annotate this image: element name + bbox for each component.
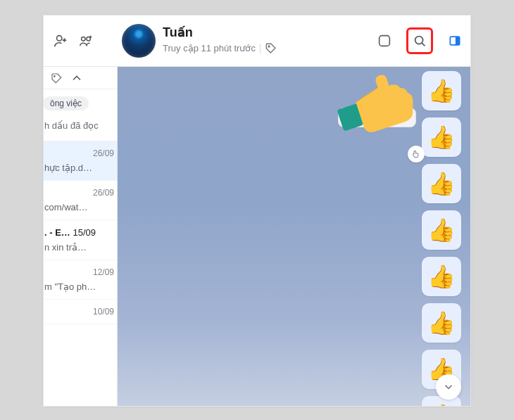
contact-name-block: Tuấn Truy cập 11 phút trước	[163, 26, 329, 55]
message-bubble[interactable]: 👍	[422, 71, 461, 110]
svg-point-3	[268, 46, 270, 47]
header-actions	[336, 27, 464, 54]
app-window: Tuấn Truy cập 11 phút trước	[43, 15, 471, 407]
svg-point-1	[82, 37, 86, 41]
svg-point-9	[54, 75, 56, 77]
create-group-icon[interactable]	[78, 33, 94, 49]
thumb-emoji: 👍	[427, 310, 456, 336]
thumb-emoji: 👍	[427, 217, 456, 243]
conversation-item[interactable]: . - E… 15/09 n xin trả…	[43, 220, 117, 260]
reaction-button[interactable]	[408, 146, 425, 163]
pin-icon[interactable]	[376, 111, 389, 124]
message-column: 👍 👍 👍 👍 👍 👍 👍 👍	[422, 71, 461, 407]
body: ông việc h dấu đã đọc 26/09 hực tập.d… 2…	[43, 67, 471, 407]
chat-area: ,, ••• 👍 👍 👍 👍 👍	[118, 67, 471, 407]
message-bubble[interactable]: 👍	[422, 164, 461, 203]
add-friend-icon[interactable]	[53, 33, 68, 49]
conversation-item[interactable]: 12/09 m "Tạo ph…	[43, 260, 117, 300]
scroll-to-bottom[interactable]	[436, 374, 461, 400]
last-seen: Truy cập 11 phút trước	[163, 43, 256, 53]
conv-date: 26/09	[44, 188, 114, 198]
message-bubble[interactable]: 👍	[422, 257, 461, 296]
more-icon[interactable]: •••	[396, 112, 410, 123]
conversation-item[interactable]: 26/09 hực tập.d…	[43, 141, 117, 181]
conversation-list: ông việc h dấu đã đọc 26/09 hực tập.d… 2…	[43, 67, 118, 407]
filter-pill-row: ông việc	[43, 89, 117, 113]
chat-header: Tuấn Truy cập 11 phút trước	[118, 24, 471, 58]
conversation-item[interactable]: 26/09 com/wat…	[43, 181, 117, 220]
message-toolbar[interactable]: ,, •••	[338, 108, 416, 127]
svg-point-0	[57, 35, 62, 40]
svg-rect-5	[380, 35, 390, 46]
message-bubble[interactable]: 👍	[422, 303, 461, 343]
tag-icon[interactable]	[265, 42, 277, 55]
filter-pill[interactable]: ông việc	[43, 96, 89, 110]
thumb-emoji: 👍	[427, 77, 456, 104]
svg-point-11	[384, 115, 386, 117]
sidebar-header	[43, 15, 118, 66]
conv-preview: n xin trả…	[44, 242, 114, 253]
svg-rect-8	[456, 37, 460, 45]
conv-date: 26/09	[44, 148, 114, 158]
message-bubble[interactable]: 👍	[422, 117, 461, 157]
avatar[interactable]	[122, 24, 156, 58]
thumb-emoji: 👍	[427, 263, 456, 290]
pins-row	[43, 67, 117, 89]
conv-title: . - E… 15/09	[44, 227, 114, 238]
more-square-button[interactable]	[371, 27, 398, 54]
panel-toggle-icon[interactable]	[446, 32, 464, 50]
header-bar: Tuấn Truy cập 11 phút trước	[43, 15, 471, 67]
thumb-emoji: 👍	[427, 402, 456, 407]
contact-name[interactable]: Tuấn	[163, 26, 329, 40]
conv-preview: m "Tạo ph…	[44, 281, 114, 292]
separator	[260, 44, 261, 53]
mark-all-read[interactable]: h dấu đã đọc	[43, 113, 117, 141]
message-bubble[interactable]: 👍	[422, 210, 461, 250]
conv-preview: hực tập.d…	[44, 163, 114, 173]
chevron-up-icon[interactable]	[70, 71, 84, 85]
conv-preview: com/wat…	[44, 202, 114, 212]
conv-date: 12/09	[44, 267, 114, 277]
thumb-emoji: 👍	[427, 124, 456, 151]
forward-icon[interactable]	[356, 111, 369, 124]
status-row: Truy cập 11 phút trước	[163, 42, 329, 55]
quote-icon[interactable]: ,,	[344, 112, 350, 124]
svg-point-2	[87, 37, 91, 41]
bookmark-icon[interactable]	[50, 72, 63, 84]
conversation-item[interactable]: 10/09	[43, 300, 117, 324]
thumb-emoji: 👍	[427, 170, 456, 197]
svg-point-6	[415, 36, 423, 44]
conv-date: 10/09	[44, 307, 114, 317]
search-button[interactable]	[406, 27, 433, 54]
